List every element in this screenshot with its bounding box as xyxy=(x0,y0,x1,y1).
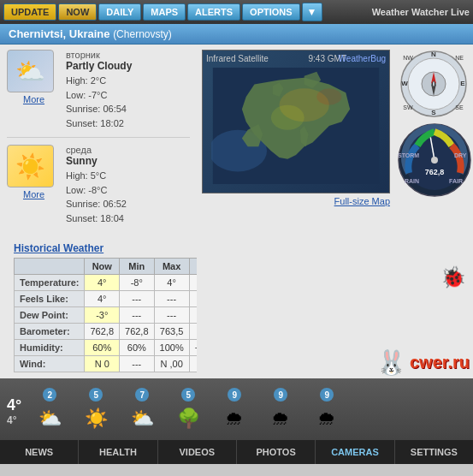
toolbar-now-btn[interactable]: NOW xyxy=(58,3,97,21)
row-now: 4° xyxy=(85,275,120,291)
day2-sunset: Sunset: 18:04 xyxy=(66,213,124,223)
svg-text:SE: SE xyxy=(455,104,464,110)
row-max: N ,00 xyxy=(154,356,189,372)
nav-photos[interactable]: PHOTOS xyxy=(237,440,316,464)
col-header-label xyxy=(15,259,85,275)
day2-info: среда Sunny High: 5°C Low: -8°C Sunrise:… xyxy=(66,145,190,225)
row-rate: 0/hr xyxy=(189,324,197,340)
main-content: ⛅ More вторник Partly Cloudy High: 2°C L… xyxy=(0,45,473,378)
nav-news[interactable]: NEWS xyxy=(0,440,79,464)
row-rate: 0,0°/hr xyxy=(189,275,197,291)
thumb-5-badge: 9 xyxy=(228,388,241,402)
row-min: -8° xyxy=(120,275,155,291)
svg-text:RAIN: RAIN xyxy=(405,178,419,184)
city-name: Chernivtsi, Ukraine xyxy=(9,27,110,40)
ladybug-icon: 🐞 xyxy=(440,265,466,289)
thumb-6-icon: 🌧 xyxy=(259,403,302,434)
map-area: Infrared Satellite 9:43 GMT WeatherBug xyxy=(202,50,390,193)
table-row: Barometer: 762,8 762,8 763,5 0/hr xyxy=(15,324,198,340)
row-now: 762,8 xyxy=(85,324,120,340)
day2-sunrise: Sunrise: 06:52 xyxy=(66,199,127,209)
row-min: --- xyxy=(120,307,155,324)
col-header-min: Min xyxy=(120,259,155,275)
day1-sunrise: Sunrise: 06:54 xyxy=(66,104,127,114)
thumb-1-badge: 2 xyxy=(43,388,56,402)
table-row: Feels Like: 4° --- --- --- xyxy=(15,291,198,307)
row-min: --- xyxy=(120,291,155,307)
day1-condition: Partly Cloudy xyxy=(66,60,190,72)
thumb-2[interactable]: 5 ☀️ xyxy=(74,388,117,434)
row-rate: --- xyxy=(189,356,197,372)
thumb-4-icon: 🌳 xyxy=(167,403,210,434)
day-wednesday: ☀️ More среда Sunny High: 5°C Low: -8°C … xyxy=(7,145,190,232)
nav-videos[interactable]: VIDEOS xyxy=(158,440,237,464)
city-subname: (Chernovsty) xyxy=(113,28,172,40)
row-now: N 0 xyxy=(85,356,120,372)
temp-main: 4° xyxy=(7,396,21,414)
svg-text:NE: NE xyxy=(455,55,464,61)
table-row: Wind: N 0 --- N ,00 --- xyxy=(15,356,198,372)
day2-condition: Sunny xyxy=(66,155,190,167)
thumb-3[interactable]: 7 ⛅ xyxy=(121,388,163,434)
svg-text:STORM: STORM xyxy=(398,152,419,158)
day2-icon: ☀️ xyxy=(7,145,54,187)
day1-sunset: Sunset: 18:02 xyxy=(66,118,124,128)
toolbar-update-btn[interactable]: UPDATE xyxy=(3,3,56,21)
thumb-5-icon: 🌧 xyxy=(213,403,256,434)
thumb-4-badge: 5 xyxy=(181,388,195,402)
thumb-6[interactable]: 9 🌧 xyxy=(259,388,302,434)
row-max: 4° xyxy=(154,275,189,291)
toolbar-daily-btn[interactable]: DAILY xyxy=(98,3,141,21)
row-min: 60% xyxy=(120,340,155,356)
current-temp-display: 4° 4° xyxy=(7,396,21,426)
fullsize-map-link[interactable]: Full-size Map xyxy=(202,196,390,206)
gauge-container: RAIN FAIR DRY STORM 762,8 xyxy=(396,122,473,199)
toolbar-options-btn[interactable]: OPTIONS xyxy=(242,3,300,21)
day2-more-link[interactable]: More xyxy=(23,189,44,199)
row-min: 762,8 xyxy=(120,324,155,340)
compass-svg: N NE E SE S SW W NW 0 xyxy=(399,50,468,118)
thumb-5[interactable]: 9 🌧 xyxy=(213,388,256,434)
row-max: 763,5 xyxy=(154,324,189,340)
historical-link[interactable]: Historical Weather xyxy=(14,242,103,254)
app-title: Weather Watcher Live xyxy=(372,7,470,17)
svg-text:NW: NW xyxy=(403,55,413,61)
row-now: -3° xyxy=(85,307,120,324)
day1-high: High: 2°C xyxy=(66,75,106,86)
nav-settings[interactable]: SETTINGS xyxy=(395,440,473,464)
thumb-3-icon: ⛅ xyxy=(121,403,163,434)
left-panel: ⛅ More вторник Partly Cloudy High: 2°C L… xyxy=(0,45,197,378)
thumb-1[interactable]: 2 ⛅ xyxy=(28,388,71,434)
svg-point-3 xyxy=(271,105,304,130)
toolbar-maps-btn[interactable]: MAPS xyxy=(143,3,186,21)
row-min: --- xyxy=(120,356,155,372)
bottom-strip: 4° 4° 2 ⛅ 5 ☀️ 7 ⛅ 5 🌳 9 🌧 9 � xyxy=(0,378,473,464)
day1-more-link[interactable]: More xyxy=(23,94,44,104)
thumb-3-badge: 7 xyxy=(135,388,149,402)
toolbar-alerts-btn[interactable]: ALERTS xyxy=(187,3,240,21)
svg-text:FAIR: FAIR xyxy=(449,178,463,184)
thumb-7[interactable]: 9 🌧 xyxy=(305,388,348,434)
day2-low: Low: -8°C xyxy=(66,185,107,195)
nav-cameras[interactable]: CAMERAS xyxy=(316,440,394,464)
day2-details: High: 5°C Low: -8°C Sunrise: 06:52 Sunse… xyxy=(66,169,190,225)
day1-name: вторник xyxy=(66,50,190,60)
thumb-7-icon: 🌧 xyxy=(305,403,348,434)
toolbar-dropdown[interactable]: ▼ xyxy=(302,3,322,21)
day2-name: среда xyxy=(66,145,190,155)
weather-icons-row: 4° 4° 2 ⛅ 5 ☀️ 7 ⛅ 5 🌳 9 🌧 9 � xyxy=(0,378,473,440)
svg-text:E: E xyxy=(460,80,465,87)
row-label: Wind: xyxy=(15,356,85,372)
bottom-nav: NEWS HEALTH VIDEOS PHOTOS CAMERAS SETTIN… xyxy=(0,440,473,464)
thumb-2-icon: ☀️ xyxy=(74,403,117,434)
svg-text:W: W xyxy=(401,80,408,87)
city-header: Chernivtsi, Ukraine (Chernovsty) xyxy=(0,24,473,45)
nav-health[interactable]: HEALTH xyxy=(79,440,157,464)
thumb-4[interactable]: 5 🌳 xyxy=(167,388,210,434)
svg-text:SW: SW xyxy=(403,104,413,110)
gauge-svg: RAIN FAIR DRY STORM 762,8 xyxy=(396,122,473,199)
col-header-max: Max xyxy=(154,259,189,275)
table-row: Humidity: 60% 60% 100% +0.0%/hr xyxy=(15,340,198,356)
historical-table: Now Min Max Rate Temperature: 4° -8° 4° … xyxy=(14,258,197,372)
row-label: Humidity: xyxy=(15,340,85,356)
